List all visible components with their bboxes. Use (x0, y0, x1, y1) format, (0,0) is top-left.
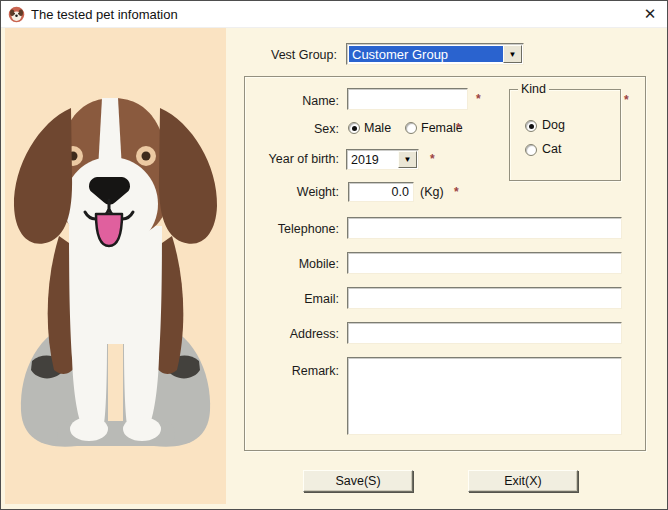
year-of-birth-dropdown-arrow-icon[interactable]: ▼ (398, 151, 417, 168)
sex-female-radio[interactable] (405, 122, 417, 134)
mobile-label: Mobile: (239, 257, 339, 271)
app-dog-icon (8, 6, 25, 23)
pet-information-window: The tested pet infomation ✕ (0, 0, 668, 510)
name-input[interactable] (347, 88, 468, 110)
window-title: The tested pet infomation (31, 7, 178, 22)
address-input[interactable] (347, 322, 622, 344)
email-input[interactable] (347, 287, 622, 309)
telephone-label: Telephone: (239, 222, 339, 236)
sex-male-radio-label[interactable]: Male (364, 121, 391, 135)
kind-required-asterisk: * (624, 93, 629, 107)
sex-male-radio[interactable] (348, 122, 360, 134)
weight-input[interactable] (348, 182, 414, 202)
weight-unit-label: (Kg) (420, 185, 444, 199)
kind-cat-radio-label[interactable]: Cat (542, 142, 561, 156)
close-icon[interactable]: ✕ (640, 4, 660, 24)
kind-dog-radio[interactable] (525, 120, 537, 132)
kind-groupbox-title: Kind (518, 82, 549, 96)
year-of-birth-combobox[interactable]: 2019 ▼ (346, 149, 419, 170)
vest-group-selected-value: Customer Group (349, 46, 503, 62)
dog-illustration (5, 28, 226, 504)
save-button[interactable]: Save(S) (303, 470, 413, 492)
remark-textarea[interactable] (347, 357, 622, 435)
pet-illustration-panel (5, 28, 226, 504)
vest-group-combobox[interactable]: Customer Group ▼ (346, 43, 524, 65)
mobile-input[interactable] (347, 252, 622, 274)
kind-groupbox: Kind (509, 89, 621, 181)
weight-required-asterisk: * (454, 185, 459, 199)
name-required-asterisk: * (476, 92, 481, 106)
titlebar: The tested pet infomation ✕ (1, 1, 667, 28)
year-of-birth-required-asterisk: * (430, 152, 435, 166)
year-of-birth-value: 2019 (351, 150, 398, 169)
vest-group-label: Vest Group: (237, 48, 337, 62)
sex-label: Sex: (239, 122, 339, 136)
weight-label: Weight: (239, 185, 339, 199)
vest-group-dropdown-arrow-icon[interactable]: ▼ (503, 45, 522, 63)
year-of-birth-label: Year of birth: (239, 152, 339, 166)
telephone-input[interactable] (347, 217, 622, 239)
email-label: Email: (239, 292, 339, 306)
name-label: Name: (239, 94, 339, 108)
sex-required-asterisk: * (456, 121, 461, 135)
address-label: Address: (239, 327, 339, 341)
exit-button[interactable]: Exit(X) (468, 470, 578, 492)
remark-label: Remark: (239, 364, 339, 378)
kind-dog-radio-label[interactable]: Dog (542, 118, 565, 132)
kind-cat-radio[interactable] (525, 144, 537, 156)
